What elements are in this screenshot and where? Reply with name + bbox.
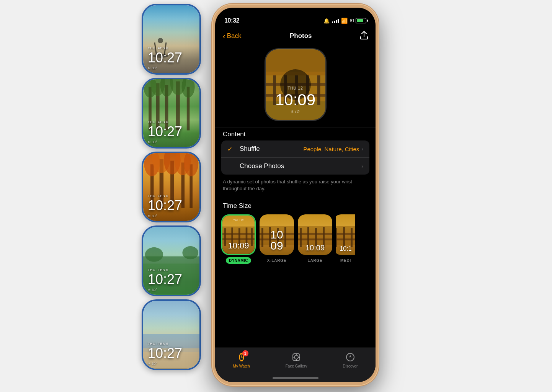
preview-container: THU 12 10:09 ❄ 72°: [215, 44, 376, 127]
watch-4-temp: ❄ 30°: [148, 288, 157, 292]
choose-photos-label: Choose Photos: [240, 162, 361, 170]
watch-item-2[interactable]: THU, FEB 6 10:27 ❄ 30°: [142, 78, 201, 149]
watch-2-time: 10:27: [148, 125, 182, 139]
tab-discover[interactable]: Discover: [343, 352, 358, 368]
svg-marker-80: [349, 355, 351, 358]
svg-rect-47: [222, 238, 255, 240]
svg-rect-63: [336, 228, 337, 247]
svg-point-74: [294, 355, 298, 359]
preview-time: 10:09: [266, 92, 325, 108]
chevron-left-icon: ‹: [223, 32, 225, 41]
tab-bar: 1 My Watch Face Gallery: [215, 348, 376, 382]
time-size-large[interactable]: 10:09 LARGE: [298, 214, 332, 264]
watch-1-time: 10:27: [148, 51, 182, 65]
content-list: ✓ Shuffle People, Nature, Cities › ✓ Cho…: [221, 140, 369, 175]
iphone-screen: 10:32 🔔 📶 81 ‹ Back Phot: [215, 8, 376, 382]
svg-rect-61: [298, 238, 332, 240]
large-badge: LARGE: [305, 257, 326, 264]
svg-rect-46: [222, 233, 255, 235]
dynamic-island: [276, 13, 315, 24]
thumb-time-medium: 10:1: [336, 246, 355, 252]
content-section-header: Content: [215, 127, 376, 140]
watch-5-temp: ❄ 30°: [148, 362, 157, 366]
thumb-time-xlarge: 1009: [260, 229, 294, 251]
iphone-frame: 10:32 🔔 📶 81 ‹ Back Phot: [212, 4, 379, 386]
svg-line-72: [242, 357, 243, 358]
my-watch-label: My Watch: [233, 364, 250, 368]
svg-rect-67: [336, 238, 355, 240]
battery-container: 81: [350, 18, 366, 23]
svg-rect-64: [343, 227, 345, 247]
my-watch-icon: 1: [236, 352, 247, 363]
time-size-thumb-dynamic: THU 12 10:09: [221, 214, 256, 255]
watch-item-4[interactable]: THU, FEB 6 10:27 ❄ 30°: [142, 225, 201, 296]
xlarge-badge: X-LARGE: [264, 257, 290, 264]
status-time: 10:32: [224, 17, 239, 24]
svg-point-79: [346, 353, 354, 361]
time-size-thumb-large: 10:09: [298, 214, 332, 255]
battery-percent: 81: [350, 18, 355, 23]
discover-icon: [345, 352, 356, 363]
share-button[interactable]: [360, 31, 368, 41]
choose-photos-row[interactable]: ✓ Choose Photos ›: [221, 158, 369, 175]
watch-3-temp: ❄ 30°: [148, 214, 157, 218]
shuffle-value: People, Nature, Cities: [303, 146, 359, 152]
svg-rect-66: [336, 233, 355, 235]
time-size-thumb-medium: 10:1: [336, 214, 355, 255]
preview-watch: THU 12 10:09 ❄ 72°: [265, 48, 327, 121]
time-size-thumb-xlarge: 1009: [260, 214, 294, 255]
svg-rect-60: [298, 233, 332, 235]
empty-check: ✓: [227, 163, 235, 170]
tab-face-gallery[interactable]: Face Gallery: [286, 352, 307, 368]
shuffle-row[interactable]: ✓ Shuffle People, Nature, Cities ›: [221, 140, 369, 158]
back-button[interactable]: ‹ Back: [223, 32, 241, 41]
watch-3-time: 10:27: [148, 199, 182, 212]
status-icons: 🔔 📶 81: [323, 18, 366, 24]
watch-2-temp: ❄ 30°: [148, 140, 157, 144]
watch-4-time: 10:27: [148, 273, 182, 286]
svg-rect-70: [240, 360, 243, 361]
time-size-header: Time Size: [215, 196, 376, 213]
nav-bar: ‹ Back Photos: [215, 28, 376, 44]
wifi-icon: 📶: [341, 18, 348, 24]
page-title: Photos: [290, 32, 312, 40]
preview-temp: ❄ 72°: [266, 109, 325, 114]
watch-1-temp: ❄ 30°: [148, 66, 157, 70]
my-watch-badge: 1: [242, 350, 248, 356]
shuffle-label: Shuffle: [240, 145, 303, 153]
watch-5-time: 10:27: [148, 346, 182, 360]
watch-item-1[interactable]: THU, FEB 6 10:27 ❄ 30°: [142, 4, 201, 75]
signal-bars: [332, 18, 339, 23]
description-text: A dynamic set of photos that shuffle as …: [215, 175, 376, 196]
time-size-row: THU 12 10:09 DYNAMIC: [215, 213, 376, 265]
dynamic-badge: DYNAMIC: [226, 257, 251, 264]
face-gallery-label: Face Gallery: [286, 364, 307, 368]
time-size-xlarge[interactable]: 1009 X-LARGE: [260, 214, 294, 264]
thumb-time-dynamic: 10:09: [222, 242, 255, 250]
thumb-date-dynamic: THU 12: [222, 219, 255, 222]
watch-item-3[interactable]: THU, FEB 6 10:27 ❄ 30°: [142, 152, 201, 222]
watch-item-5[interactable]: THU, FEB 6 10:27 ❄ 30°: [142, 299, 201, 370]
time-size-medium[interactable]: 10:1 MEDI: [336, 214, 355, 264]
chevron-right-icon-shuffle: ›: [361, 146, 363, 152]
battery-icon: [356, 18, 366, 23]
back-label: Back: [227, 32, 242, 40]
watch-column: THU, FEB 6 10:27 ❄ 30° THU, FEB 6 10:27 …: [142, 4, 201, 370]
discover-label: Discover: [343, 364, 358, 368]
checkmark-icon: ✓: [227, 145, 235, 153]
bell-icon: 🔔: [323, 18, 330, 24]
face-gallery-icon: [291, 352, 302, 363]
chevron-right-icon-photos: ›: [361, 163, 363, 169]
scroll-content[interactable]: THU 12 10:09 ❄ 72° Content ✓ Shuffle Peo…: [215, 44, 376, 348]
preview-date: THU 12: [266, 86, 325, 90]
thumb-time-large: 10:09: [298, 243, 332, 252]
tab-my-watch[interactable]: 1 My Watch: [233, 352, 250, 368]
svg-rect-65: [351, 228, 353, 247]
home-indicator: [273, 377, 318, 379]
time-size-dynamic[interactable]: THU 12 10:09 DYNAMIC: [221, 214, 256, 264]
medium-badge: MEDI: [337, 257, 354, 264]
